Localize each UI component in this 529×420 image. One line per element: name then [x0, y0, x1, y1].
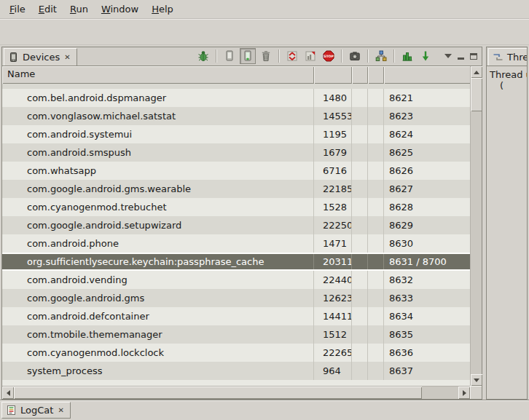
process-port: 8627: [384, 180, 470, 198]
table-row[interactable]: com.google.android.gms.wearable 22185 86…: [2, 180, 470, 198]
process-port: 8629: [384, 216, 470, 234]
logcat-tab-label: LogCat: [20, 405, 53, 416]
process-name: com.android.defcontainer: [2, 307, 314, 325]
table-row[interactable]: system_process 964 8637: [2, 362, 470, 380]
tab-devices[interactable]: Devices ✕: [4, 48, 77, 66]
table-row[interactable]: com.bel.android.dspmanager 1480 8621: [2, 89, 470, 107]
column-header-empty[interactable]: [368, 66, 384, 84]
empty-cell: [352, 307, 368, 325]
menu-help[interactable]: Help: [145, 1, 180, 17]
table-row[interactable]: com.android.systemui 1195 8624: [2, 125, 470, 143]
allocation-tracker-icon[interactable]: [399, 48, 415, 64]
threads-message-line1: Thread up: [490, 69, 527, 80]
close-icon[interactable]: ✕: [57, 406, 64, 415]
empty-cell: [352, 198, 368, 216]
scroll-down-button[interactable]: [471, 374, 482, 386]
maximize-icon[interactable]: [470, 53, 477, 60]
scroll-right-button[interactable]: [458, 387, 470, 399]
scroll-up-button[interactable]: [471, 66, 482, 78]
table-row[interactable]: com.vonglasow.michael.satstat 14553 8623: [2, 107, 470, 125]
process-port: 8626: [384, 162, 470, 180]
dump-hprof-icon[interactable]: [418, 48, 434, 64]
empty-cell: [352, 107, 368, 125]
empty-cell: [352, 89, 368, 107]
menu-edit[interactable]: Edit: [32, 1, 63, 17]
table-header: Name: [2, 66, 470, 84]
process-pid: 22265: [314, 344, 352, 362]
empty-cell: [368, 198, 384, 216]
process-pid: 22185: [314, 180, 352, 198]
process-name: com.vonglasow.michael.satstat: [2, 107, 314, 125]
minimize-icon[interactable]: [458, 58, 464, 60]
update-threads-icon[interactable]: [284, 48, 300, 64]
stop-process-icon[interactable]: STOP: [321, 48, 337, 64]
devices-view: Devices ✕: [1, 47, 482, 400]
close-icon[interactable]: ✕: [63, 53, 71, 62]
empty-cell: [368, 216, 384, 234]
column-header-pid[interactable]: [314, 66, 352, 84]
process-pid: 1528: [314, 198, 352, 216]
process-port: 8637: [384, 362, 470, 380]
table-row[interactable]: com.android.vending 22440 8632: [2, 271, 470, 289]
table-row[interactable]: com.cyanogenmod.trebuchet 1528 8628: [2, 198, 470, 216]
process-pid: 6716: [314, 162, 352, 180]
empty-cell: [368, 325, 384, 344]
empty-cell: [352, 143, 368, 162]
empty-cell: [352, 271, 368, 289]
cause-gc-trash-icon[interactable]: [258, 48, 274, 64]
empty-cell: [352, 325, 368, 344]
process-port: 8621: [384, 89, 470, 107]
toolbar-separator: [393, 49, 395, 63]
devices-tabbar: Devices ✕: [2, 47, 482, 66]
update-heap-icon[interactable]: [222, 48, 238, 64]
hierarchy-view-icon[interactable]: [373, 48, 389, 64]
table-row[interactable]: com.android.defcontainer 14411 8634: [2, 307, 470, 325]
table-row[interactable]: com.google.android.setupwizard 22250 862…: [2, 216, 470, 234]
column-header-port[interactable]: [384, 66, 470, 84]
method-profiling-icon[interactable]: [302, 48, 318, 64]
empty-cell: [352, 344, 368, 362]
vertical-scroll-thumb[interactable]: [471, 78, 482, 111]
menu-file[interactable]: File: [3, 1, 32, 17]
table-row[interactable]: com.tmobile.thememanager 1512 8635: [2, 325, 470, 344]
process-pid: 22250: [314, 216, 352, 234]
threads-message: Thread up (: [487, 66, 527, 91]
table-row[interactable]: com.android.smspush 1679 8625: [2, 143, 470, 162]
vertical-scrollbar[interactable]: [470, 66, 482, 386]
menu-window[interactable]: Window: [95, 1, 145, 17]
column-header-empty[interactable]: [352, 66, 368, 84]
main-area: Devices ✕: [0, 45, 529, 400]
debug-process-icon[interactable]: [195, 48, 211, 64]
toolbar-separator: [341, 49, 342, 63]
table-row[interactable]: com.android.phone 1471 8630: [2, 234, 470, 253]
table-row[interactable]: com.cyanogenmod.lockclock 22265 8636: [2, 344, 470, 362]
heap-enabled-icon[interactable]: [240, 48, 256, 64]
screen-capture-icon[interactable]: [347, 48, 363, 64]
process-port: 8628: [384, 198, 470, 216]
table-row[interactable]: com.whatsapp 6716 8626: [2, 162, 470, 180]
process-port: 8625: [384, 143, 470, 162]
process-port: 8632: [384, 271, 470, 289]
process-name: com.android.smspush: [2, 143, 314, 162]
table-row[interactable]: com.google.android.gms 12623 8633: [2, 289, 470, 307]
horizontal-scroll-track[interactable]: [14, 387, 458, 399]
tab-threads[interactable]: Threads: [488, 48, 527, 66]
threads-tabbar: Threads: [487, 47, 527, 66]
column-header-name[interactable]: Name: [2, 66, 314, 84]
horizontal-scroll-thumb[interactable]: [14, 387, 422, 399]
tab-logcat[interactable]: LogCat ✕: [1, 402, 71, 419]
empty-cell: [352, 162, 368, 180]
table-row[interactable]: org.sufficientlysecure.keychain:passphra…: [2, 253, 470, 271]
empty-cell: [368, 180, 384, 198]
process-name: com.cyanogenmod.trebuchet: [2, 198, 314, 216]
horizontal-scrollbar[interactable]: [2, 386, 470, 399]
scroll-left-button[interactable]: [2, 387, 14, 399]
partial-row: [2, 84, 470, 89]
vertical-scroll-track[interactable]: [471, 78, 482, 374]
menu-run[interactable]: Run: [63, 1, 95, 17]
devices-toolbar: STOP: [195, 48, 482, 66]
process-port: 8631 / 8700: [384, 254, 470, 269]
empty-cell: [368, 289, 384, 307]
view-menu-icon[interactable]: [444, 54, 452, 58]
process-pid: 14553: [314, 107, 352, 125]
